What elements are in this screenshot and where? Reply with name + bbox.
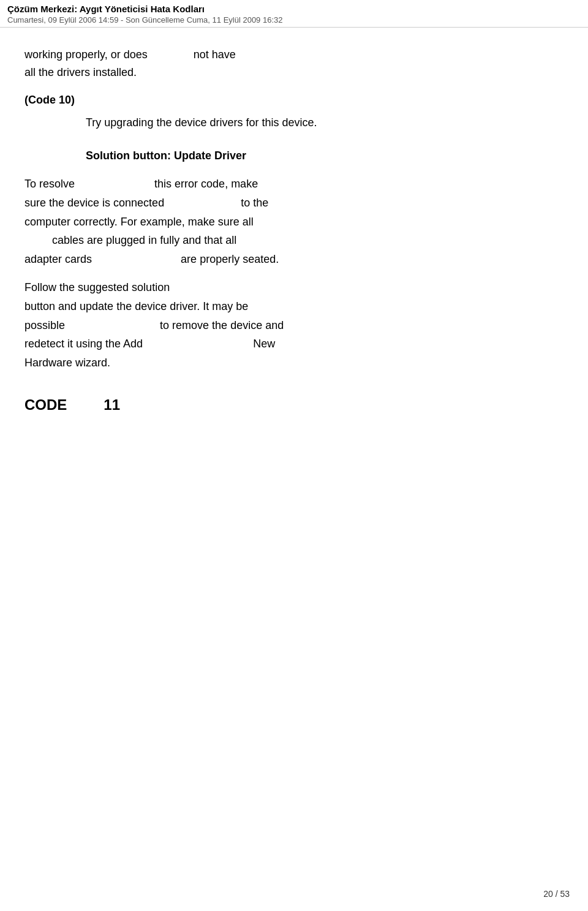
intro-paragraph: working properly, or does not have all t… bbox=[24, 46, 564, 81]
code10-section: (Code 10) Try upgrading the device drive… bbox=[24, 94, 564, 132]
page-header: Çözüm Merkezi: Aygıt Yöneticisi Hata Kod… bbox=[0, 0, 588, 28]
follow-line4a: redetect it using the Add bbox=[24, 338, 143, 350]
solution-label: Solution button: Update Driver bbox=[86, 149, 564, 162]
intro-line2: all the drivers installed. bbox=[24, 66, 137, 78]
resolve-line1b: this error code, make bbox=[154, 178, 258, 190]
follow-paragraph: Follow the suggested solution button and… bbox=[24, 278, 564, 372]
code11-label: CODE bbox=[24, 396, 67, 414]
resolve-line5a: adapter cards bbox=[24, 253, 92, 265]
follow-line4b: New bbox=[253, 338, 275, 350]
resolve-paragraph: To resolve this error code, make sure th… bbox=[24, 175, 564, 268]
resolve-line3: computer correctly. For example, make su… bbox=[24, 216, 254, 228]
pagination: 20 / 53 bbox=[543, 889, 570, 899]
main-content: working properly, or does not have all t… bbox=[0, 28, 588, 450]
code11-number: 11 bbox=[104, 396, 120, 414]
solution-section: Solution button: Update Driver bbox=[86, 149, 564, 162]
header-title: Çözüm Merkezi: Aygıt Yöneticisi Hata Kod… bbox=[7, 4, 581, 14]
follow-line5: Hardware wizard. bbox=[24, 357, 110, 369]
header-subtitle: Cumartesi, 09 Eylül 2006 14:59 - Son Gün… bbox=[7, 15, 581, 25]
intro-line1b: not have bbox=[194, 48, 236, 61]
resolve-line5b: are properly seated. bbox=[181, 253, 279, 265]
resolve-line1a: To resolve bbox=[24, 178, 75, 190]
follow-line3b: to remove the device and bbox=[160, 319, 284, 331]
resolve-line4: cables are plugged in fully and that all bbox=[52, 234, 236, 246]
pagination-text: 20 / 53 bbox=[543, 889, 570, 899]
follow-line3a: possible bbox=[24, 319, 65, 331]
follow-line2: button and update the device driver. It … bbox=[24, 300, 248, 312]
resolve-line2b: to the bbox=[241, 197, 268, 209]
code10-try-text: Try upgrading the device drivers for thi… bbox=[86, 114, 564, 132]
code10-label: (Code 10) bbox=[24, 94, 564, 107]
follow-line1: Follow the suggested solution bbox=[24, 281, 170, 293]
resolve-line2a: sure the device is connected bbox=[24, 197, 164, 209]
intro-line1a: working properly, or does bbox=[24, 48, 148, 61]
code11-section: CODE 11 bbox=[24, 396, 564, 414]
